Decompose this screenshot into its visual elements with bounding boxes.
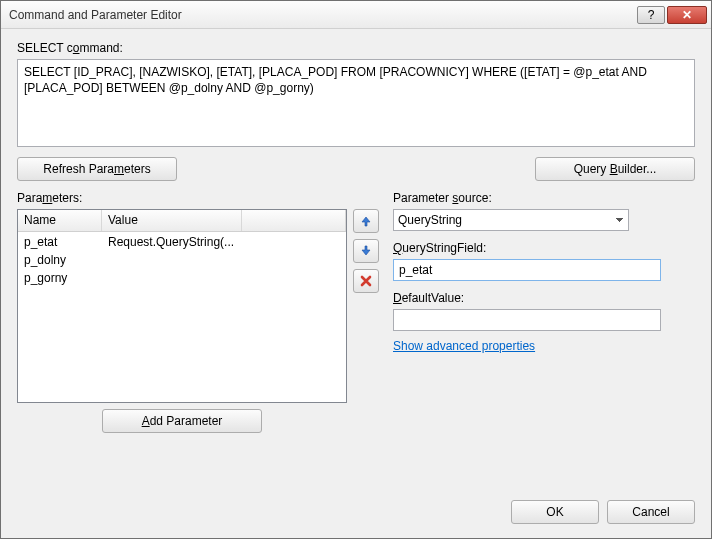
querystringfield-label: QueryStringField: xyxy=(393,241,695,255)
query-builder-button[interactable]: Query Builder... xyxy=(535,157,695,181)
dialog-window: Command and Parameter Editor ? ✕ SELECT … xyxy=(0,0,712,539)
delete-button[interactable] xyxy=(353,269,379,293)
param-value xyxy=(102,270,242,288)
ok-button[interactable]: OK xyxy=(511,500,599,524)
table-row[interactable]: p_etat Request.QueryString(... xyxy=(18,234,346,252)
refresh-parameters-button[interactable]: Refresh Parameters xyxy=(17,157,177,181)
grid-body: p_etat Request.QueryString(... p_dolny p… xyxy=(18,232,346,290)
grid-header: Name Value xyxy=(18,210,346,232)
param-value xyxy=(102,252,242,270)
parameter-source-label: Parameter source: xyxy=(393,191,695,205)
table-row[interactable]: p_dolny xyxy=(18,252,346,270)
help-icon: ? xyxy=(648,8,655,22)
reorder-column xyxy=(347,191,385,478)
titlebar-buttons: ? ✕ xyxy=(637,6,707,24)
param-value: Request.QueryString(... xyxy=(102,234,242,252)
delete-x-icon xyxy=(360,275,372,287)
close-icon: ✕ xyxy=(682,8,692,22)
param-name: p_dolny xyxy=(18,252,102,270)
param-name: p_etat xyxy=(18,234,102,252)
dialog-footer: OK Cancel xyxy=(1,490,711,538)
parameters-column: Parameters: Name Value p_etat Request.Qu… xyxy=(17,191,347,478)
defaultvalue-input[interactable] xyxy=(393,309,661,331)
arrow-down-icon xyxy=(360,245,372,257)
source-column: Parameter source: QueryString QueryStrin… xyxy=(385,191,695,478)
titlebar: Command and Parameter Editor ? ✕ xyxy=(1,1,711,29)
defaultvalue-label: DefaultValue: xyxy=(393,291,695,305)
columns: Parameters: Name Value p_etat Request.Qu… xyxy=(17,191,695,478)
table-row[interactable]: p_gorny xyxy=(18,270,346,288)
window-title: Command and Parameter Editor xyxy=(9,8,637,22)
col-header-spacer xyxy=(242,210,346,231)
help-button[interactable]: ? xyxy=(637,6,665,24)
close-button[interactable]: ✕ xyxy=(667,6,707,24)
add-parameter-button[interactable]: Add Parameter xyxy=(102,409,262,433)
move-down-button[interactable] xyxy=(353,239,379,263)
col-header-name[interactable]: Name xyxy=(18,210,102,231)
parameters-grid[interactable]: Name Value p_etat Request.QueryString(..… xyxy=(17,209,347,403)
parameter-source-select[interactable]: QueryString xyxy=(393,209,629,231)
cancel-button[interactable]: Cancel xyxy=(607,500,695,524)
parameters-label: Parameters: xyxy=(17,191,347,205)
param-name: p_gorny xyxy=(18,270,102,288)
select-command-label: SELECT command: xyxy=(17,41,695,55)
move-up-button[interactable] xyxy=(353,209,379,233)
querystringfield-input[interactable] xyxy=(393,259,661,281)
builder-row: Refresh Parameters Query Builder... xyxy=(17,157,695,181)
show-advanced-link[interactable]: Show advanced properties xyxy=(393,339,695,353)
select-command-textarea[interactable] xyxy=(17,59,695,147)
dialog-content: SELECT command: Refresh Parameters Query… xyxy=(1,29,711,490)
arrow-up-icon xyxy=(360,215,372,227)
add-param-row: Add Parameter xyxy=(17,409,347,433)
col-header-value[interactable]: Value xyxy=(102,210,242,231)
